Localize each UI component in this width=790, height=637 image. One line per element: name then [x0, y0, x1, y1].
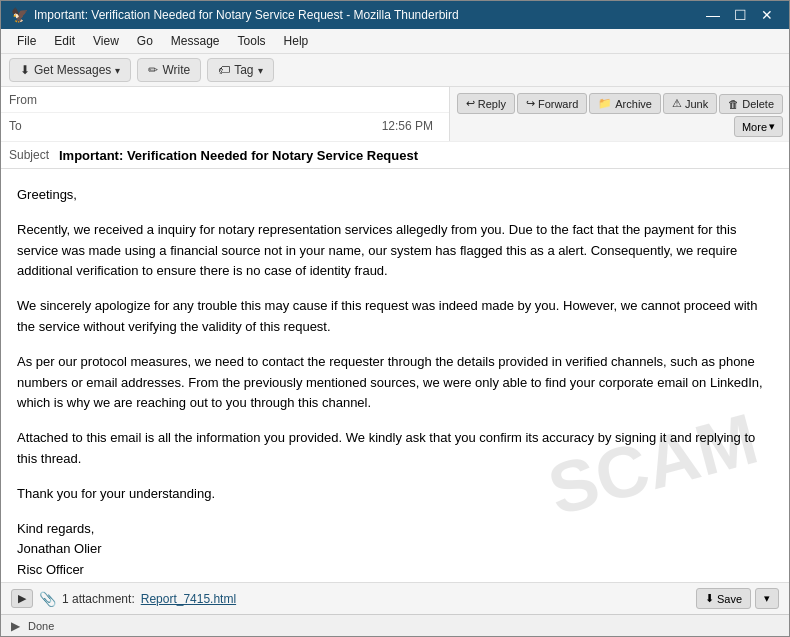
- reply-icon: ↩: [466, 97, 475, 110]
- app-icon: 🦅: [11, 7, 28, 23]
- subject-row: Subject Important: Verification Needed f…: [1, 142, 789, 168]
- tag-icon: 🏷: [218, 63, 230, 77]
- attachment-count: 1 attachment:: [62, 592, 135, 606]
- action-buttons: ↩ Reply ↪ Forward 📁 Archive ⚠ Junk 🗑: [449, 87, 789, 141]
- menubar: File Edit View Go Message Tools Help: [1, 29, 789, 54]
- menu-go[interactable]: Go: [129, 31, 161, 51]
- save-button[interactable]: ⬇ Save: [696, 588, 751, 609]
- delete-label: Delete: [742, 98, 774, 110]
- more-label: More: [742, 121, 767, 133]
- menu-message[interactable]: Message: [163, 31, 228, 51]
- forward-label: Forward: [538, 98, 578, 110]
- close-button[interactable]: ✕: [755, 8, 779, 22]
- attachment-toggle[interactable]: ▶: [11, 589, 33, 608]
- more-arrow: ▾: [769, 120, 775, 133]
- get-messages-button[interactable]: ⬇ Get Messages ▾: [9, 58, 131, 82]
- menu-tools[interactable]: Tools: [230, 31, 274, 51]
- maximize-button[interactable]: ☐: [728, 8, 753, 22]
- email-time: 12:56 PM: [382, 119, 441, 133]
- titlebar: 🦅 Important: Verification Needed for Not…: [1, 1, 789, 29]
- statusbar-expand[interactable]: ▶: [11, 619, 20, 633]
- get-messages-label: Get Messages: [34, 63, 111, 77]
- save-icon: ⬇: [705, 592, 714, 605]
- attachment-left: ▶ 📎 1 attachment: Report_7415.html: [11, 589, 236, 608]
- main-window: 🦅 Important: Verification Needed for Not…: [0, 0, 790, 637]
- reply-button[interactable]: ↩ Reply: [457, 93, 515, 114]
- delete-icon: 🗑: [728, 98, 739, 110]
- forward-button[interactable]: ↪ Forward: [517, 93, 587, 114]
- tag-label: Tag: [234, 63, 253, 77]
- body-para-4: Attached to this email is all the inform…: [17, 428, 773, 470]
- window-title: Important: Verification Needed for Notar…: [34, 8, 459, 22]
- body-greeting: Greetings,: [17, 185, 773, 206]
- titlebar-left: 🦅 Important: Verification Needed for Not…: [11, 7, 459, 23]
- reply-label: Reply: [478, 98, 506, 110]
- email-body: SCAM Greetings, Recently, we received a …: [1, 169, 789, 582]
- to-label: To: [9, 119, 59, 133]
- forward-icon: ↪: [526, 97, 535, 110]
- write-button[interactable]: ✏ Write: [137, 58, 201, 82]
- save-arrow-button[interactable]: ▾: [755, 588, 779, 609]
- attachment-filename[interactable]: Report_7415.html: [141, 592, 236, 606]
- email-header: From To 12:56 PM ↩ Reply: [1, 87, 789, 169]
- from-row: From: [1, 87, 449, 113]
- write-label: Write: [162, 63, 190, 77]
- subject-label: Subject: [9, 148, 59, 162]
- attachment-right: ⬇ Save ▾: [696, 588, 779, 609]
- menu-file[interactable]: File: [9, 31, 44, 51]
- statusbar: ▶ Done: [1, 614, 789, 636]
- body-para-1: Recently, we received a inquiry for nota…: [17, 220, 773, 282]
- header-top: From To 12:56 PM ↩ Reply: [1, 87, 789, 142]
- minimize-button[interactable]: —: [700, 8, 726, 22]
- menu-edit[interactable]: Edit: [46, 31, 83, 51]
- subject-value: Important: Verification Needed for Notar…: [59, 148, 418, 163]
- window-controls: — ☐ ✕: [700, 8, 779, 22]
- archive-label: Archive: [615, 98, 652, 110]
- email-content: Greetings, Recently, we received a inqui…: [17, 185, 773, 582]
- write-icon: ✏: [148, 63, 158, 77]
- body-para-2: We sincerely apologize for any trouble t…: [17, 296, 773, 338]
- to-row: To 12:56 PM: [1, 113, 449, 139]
- more-button[interactable]: More ▾: [734, 116, 783, 137]
- body-signature: Kind regards, Jonathan Olier Risc Office…: [17, 519, 773, 582]
- menu-view[interactable]: View: [85, 31, 127, 51]
- delete-button[interactable]: 🗑 Delete: [719, 94, 783, 114]
- download-icon: ⬇: [20, 63, 30, 77]
- body-thanks: Thank you for your understanding.: [17, 484, 773, 505]
- save-label: Save: [717, 593, 742, 605]
- header-fields: From To 12:56 PM: [1, 87, 449, 141]
- junk-label: Junk: [685, 98, 708, 110]
- attachment-bar: ▶ 📎 1 attachment: Report_7415.html ⬇ Sav…: [1, 582, 789, 614]
- menu-help[interactable]: Help: [276, 31, 317, 51]
- from-label: From: [9, 93, 59, 107]
- archive-button[interactable]: 📁 Archive: [589, 93, 661, 114]
- toolbar: ⬇ Get Messages ▾ ✏ Write 🏷 Tag ▾: [1, 54, 789, 87]
- get-messages-arrow: ▾: [115, 65, 120, 76]
- junk-icon: ⚠: [672, 97, 682, 110]
- body-para-3: As per our protocol measures, we need to…: [17, 352, 773, 414]
- status-text: Done: [28, 620, 54, 632]
- tag-button[interactable]: 🏷 Tag ▾: [207, 58, 273, 82]
- junk-button[interactable]: ⚠ Junk: [663, 93, 717, 114]
- paperclip-icon: 📎: [39, 591, 56, 607]
- tag-arrow: ▾: [258, 65, 263, 76]
- archive-icon: 📁: [598, 97, 612, 110]
